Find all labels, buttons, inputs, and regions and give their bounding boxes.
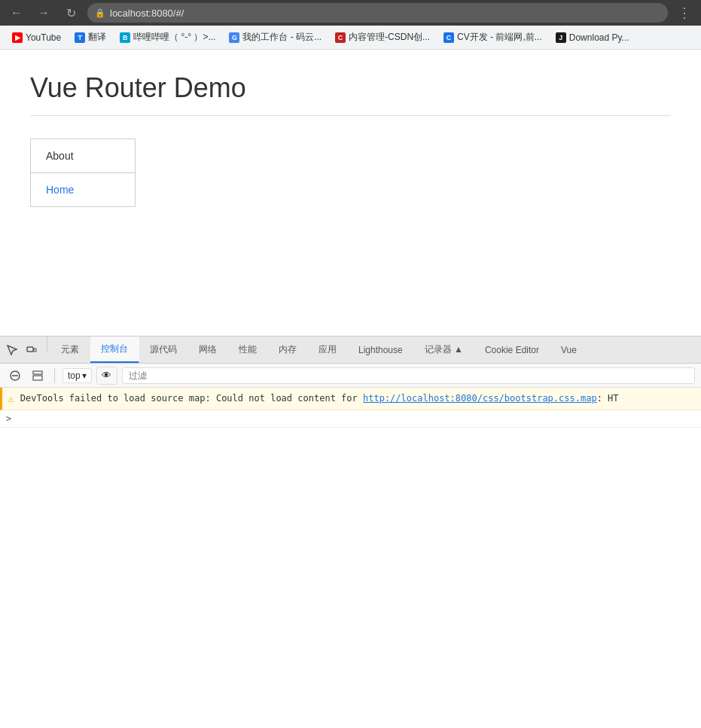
bookmark-label-jb: Download Py... [569,32,629,43]
bookmark-favicon-google: G [229,32,239,43]
toggle-drawer-button[interactable] [29,367,47,385]
console-prompt: > [6,413,11,424]
bookmark-csdn[interactable]: C 内容管理-CSDN创... [329,29,436,46]
tab-recorder[interactable]: 记录器 ▲ [414,337,474,363]
bookmark-label-csdn: 内容管理-CSDN创... [349,31,430,44]
bookmark-label-bilibili: 哔哩哔哩（ °-° ）>... [133,31,215,44]
console-content: ⚠ DevTools failed to load source map: Co… [0,388,701,538]
bookmark-label-youtube: YouTube [26,32,61,43]
nav-item-about[interactable]: About [31,139,135,173]
bookmarks-bar: ▶ YouTube T 翻译 B 哔哩哔哩（ °-° ）>... G 我的工作台… [0,26,701,50]
tab-elements[interactable]: 元素 [50,337,90,363]
nav-item-home[interactable]: Home [31,173,135,206]
clear-console-button[interactable] [6,367,24,385]
browser-menu-button[interactable]: ⋮ [674,2,695,23]
forward-button[interactable]: → [33,2,54,23]
bookmark-favicon-translate: T [75,32,85,43]
browser-chrome: ← → ↻ 🔒 localhost:8080/#/ ⋮ ▶ YouTube T … [0,0,701,538]
bookmark-youtube[interactable]: ▶ YouTube [6,30,67,45]
devtools-icons-left [0,337,44,363]
devtools-panel: 元素 控制台 源代码 网络 性能 内存 应用 Lighthouse [0,336,701,538]
bookmark-favicon-bilibili: B [120,32,130,43]
tab-console[interactable]: 控制台 [90,337,139,363]
tab-lighthouse[interactable]: Lighthouse [348,337,414,363]
bookmark-jb[interactable]: J Download Py... [550,30,635,45]
bookmark-label-google: 我的工作台 - 码云... [242,31,322,44]
console-input-row: > [0,410,701,428]
tab-sources[interactable]: 源代码 [139,337,188,363]
devtools-tabs: 元素 控制台 源代码 网络 性能 内存 应用 Lighthouse [0,337,701,364]
bookmark-favicon-youtube: ▶ [12,32,23,43]
tab-application[interactable]: 应用 [308,337,348,363]
console-toolbar: top ▾ 👁 [0,364,701,388]
bookmark-bilibili[interactable]: B 哔哩哔哩（ °-° ）>... [114,29,221,46]
device-toolbar-button[interactable] [23,341,41,359]
back-button[interactable]: ← [6,2,27,23]
address-bar[interactable]: 🔒 localhost:8080/#/ [87,3,668,23]
bookmark-label-cv: CV开发 - 前端网,前... [457,31,542,44]
tab-cookie-editor[interactable]: Cookie Editor [474,337,550,363]
context-selector[interactable]: top ▾ [62,368,92,383]
svg-rect-0 [27,347,33,352]
svg-rect-1 [34,349,36,352]
svg-rect-5 [33,376,42,380]
bookmark-favicon-cv: C [443,32,454,43]
reload-button[interactable]: ↻ [60,2,81,23]
eye-filter-button[interactable]: 👁 [96,367,117,385]
console-error-row: ⚠ DevTools failed to load source map: Co… [0,388,701,410]
bookmark-favicon-jb: J [556,32,566,43]
bookmark-favicon-csdn: C [335,32,346,43]
url-text: localhost:8080/#/ [110,8,184,19]
bookmark-google[interactable]: G 我的工作台 - 码云... [223,29,328,46]
bookmark-label-translate: 翻译 [88,31,106,44]
tab-network[interactable]: 网络 [188,337,228,363]
inspect-element-button[interactable] [3,341,21,359]
tab-memory[interactable]: 内存 [268,337,308,363]
context-label: top [68,370,81,381]
nav-menu: About Home [30,139,136,207]
error-link[interactable]: http://localhost:8080/css/bootstrap.css.… [363,393,597,404]
warning-icon: ⚠ [8,393,14,404]
context-arrow: ▾ [82,370,87,381]
tab-performance[interactable]: 性能 [228,337,268,363]
page-content: Vue Router Demo About Home [0,50,701,336]
page-title: Vue Router Demo [30,72,671,116]
tab-vue[interactable]: Vue [550,337,588,363]
lock-icon: 🔒 [95,8,105,18]
toolbar-separator-1 [54,368,55,383]
tab-separator [47,337,47,352]
browser-titlebar: ← → ↻ 🔒 localhost:8080/#/ ⋮ [0,0,701,26]
eye-icon: 👁 [102,370,111,381]
console-filter-input[interactable] [122,367,695,384]
bookmark-translate[interactable]: T 翻译 [69,29,112,46]
error-text: DevTools failed to load source map: Coul… [20,392,695,405]
bookmark-cv[interactable]: C CV开发 - 前端网,前... [437,29,548,46]
svg-rect-4 [33,371,42,374]
